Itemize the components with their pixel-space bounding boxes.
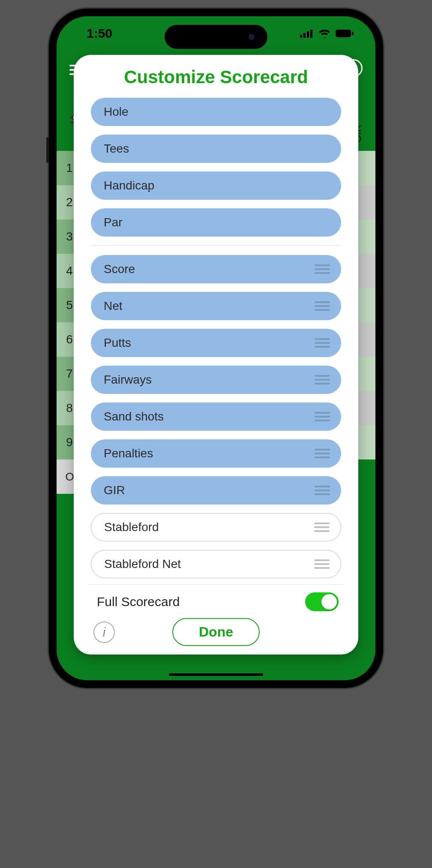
screen: 1:50 ✕ R nes [57,16,375,680]
item-penalties[interactable]: Penalties [91,439,341,468]
item-label: Stableford [104,520,159,534]
items-list[interactable]: Hole Tees Handicap Par Score Net Putts F… [88,98,344,584]
home-indicator[interactable] [169,673,263,676]
item-score[interactable]: Score [91,255,341,283]
modal-footer: Full Scorecard i Done [88,584,344,646]
drag-handle-icon[interactable] [314,523,330,532]
item-gir[interactable]: GIR [91,476,341,505]
dynamic-island [165,25,267,49]
info-button[interactable]: i [93,622,115,643]
item-label: Handicap [104,179,154,192]
info-icon: i [103,625,106,640]
drag-handle-icon[interactable] [315,375,330,384]
drag-handle-icon[interactable] [315,412,330,421]
item-label: Tees [104,142,129,156]
phone-frame: 1:50 ✕ R nes [49,9,383,688]
item-label: Par [104,216,123,229]
divider [91,245,341,246]
item-fairways[interactable]: Fairways [91,366,341,394]
item-handicap[interactable]: Handicap [91,171,341,200]
item-label: Stableford Net [104,557,181,571]
item-stableford-net[interactable]: Stableford Net [91,550,341,578]
item-label: Fairways [104,373,152,387]
item-label: Net [104,299,123,313]
item-label: Hole [104,105,129,119]
item-label: Putts [104,336,131,350]
full-scorecard-row: Full Scorecard [88,592,344,618]
item-putts[interactable]: Putts [91,329,341,357]
modal-title: Customize Scorecard [88,67,344,87]
drag-handle-icon[interactable] [315,264,330,274]
drag-handle-icon[interactable] [315,301,330,311]
item-net[interactable]: Net [91,292,341,320]
drag-handle-icon[interactable] [314,559,330,569]
button-row: i Done [88,618,344,646]
drag-handle-icon[interactable] [315,449,330,458]
item-sand-shots[interactable]: Sand shots [91,402,341,431]
done-button[interactable]: Done [172,618,260,646]
full-scorecard-toggle[interactable] [305,592,339,611]
item-label: Penalties [104,447,153,460]
drag-handle-icon[interactable] [315,486,330,495]
drag-handle-icon[interactable] [315,338,330,348]
item-tees[interactable]: Tees [91,135,341,163]
item-label: Sand shots [104,410,164,423]
item-label: GIR [104,484,125,497]
customize-scorecard-modal: Customize Scorecard Hole Tees Handicap P… [74,55,358,655]
item-par[interactable]: Par [91,208,341,237]
full-scorecard-label: Full Scorecard [97,595,180,609]
item-hole[interactable]: Hole [91,98,341,126]
item-stableford[interactable]: Stableford [91,513,341,541]
item-label: Score [104,262,135,276]
